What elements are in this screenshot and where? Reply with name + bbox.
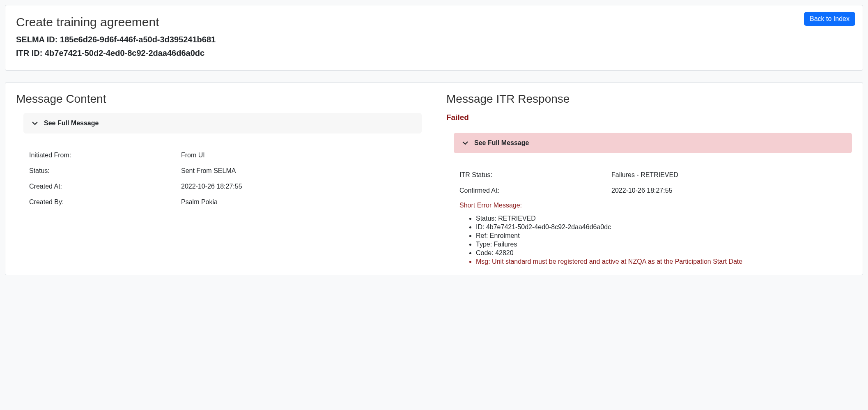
detail-row: Created At: 2022-10-26 18:27:55 — [16, 179, 422, 194]
detail-row: Initiated From: From UI — [16, 147, 422, 163]
see-full-message-accordion[interactable]: See Full Message — [23, 113, 422, 134]
itr-status-value: Failures - RETRIEVED — [611, 171, 852, 179]
initiated-from-label: Initiated From: — [29, 152, 181, 159]
accordion-label: See Full Message — [44, 120, 99, 127]
chevron-down-icon — [32, 120, 38, 127]
itr-id-value: 4b7e7421-50d2-4ed0-8c92-2daa46d6a0dc — [45, 48, 204, 58]
confirmed-at-label: Confirmed At: — [459, 187, 611, 194]
status-label: Status: — [29, 167, 181, 175]
error-item-msg: Msg: Unit standard must be registered an… — [476, 258, 852, 265]
itr-id-label: ITR ID: — [16, 48, 42, 58]
header-card: Back to Index Create training agreement … — [5, 5, 863, 71]
message-itr-response-column: Message ITR Response Failed See Full Mes… — [446, 92, 852, 267]
failed-badge: Failed — [446, 113, 852, 122]
message-content-column: Message Content See Full Message Initiat… — [16, 92, 422, 267]
detail-row: Created By: Psalm Pokia — [16, 194, 422, 210]
back-to-index-button[interactable]: Back to Index — [804, 12, 855, 26]
chevron-down-icon — [462, 140, 468, 146]
error-item-code: Code: 42820 — [476, 249, 852, 257]
accordion-label: See Full Message — [474, 139, 529, 147]
selma-id-value: 185e6d26-9d6f-446f-a50d-3d395241b681 — [60, 35, 216, 44]
itr-status-label: ITR Status: — [459, 171, 611, 179]
error-item-id: ID: 4b7e7421-50d2-4ed0-8c92-2daa46d6a0dc — [476, 223, 852, 231]
short-error-message-label: Short Error Message: — [459, 202, 852, 209]
created-at-value: 2022-10-26 18:27:55 — [181, 183, 422, 190]
created-by-label: Created By: — [29, 198, 181, 206]
error-item-status: Status: RETRIEVED — [476, 215, 852, 222]
message-content-title: Message Content — [16, 92, 422, 106]
error-item-ref: Ref: Enrolment — [476, 232, 852, 240]
detail-row: Status: Sent From SELMA — [16, 163, 422, 179]
page-title: Create training agreement — [16, 15, 852, 29]
initiated-from-value: From UI — [181, 152, 422, 159]
selma-id-line: SELMA ID: 185e6d26-9d6f-446f-a50d-3d3952… — [16, 35, 852, 44]
confirmed-at-value: 2022-10-26 18:27:55 — [611, 187, 852, 194]
body-card: Message Content See Full Message Initiat… — [5, 82, 863, 275]
detail-row: Confirmed At: 2022-10-26 18:27:55 — [446, 183, 852, 198]
error-list: Status: RETRIEVED ID: 4b7e7421-50d2-4ed0… — [446, 215, 852, 265]
created-by-value: Psalm Pokia — [181, 198, 422, 206]
detail-row: ITR Status: Failures - RETRIEVED — [446, 167, 852, 183]
message-itr-response-title: Message ITR Response — [446, 92, 852, 106]
itr-id-line: ITR ID: 4b7e7421-50d2-4ed0-8c92-2daa46d6… — [16, 48, 852, 58]
status-value: Sent From SELMA — [181, 167, 422, 175]
selma-id-label: SELMA ID: — [16, 35, 57, 44]
created-at-label: Created At: — [29, 183, 181, 190]
error-item-type: Type: Failures — [476, 241, 852, 248]
see-full-message-accordion-error[interactable]: See Full Message — [454, 133, 852, 153]
